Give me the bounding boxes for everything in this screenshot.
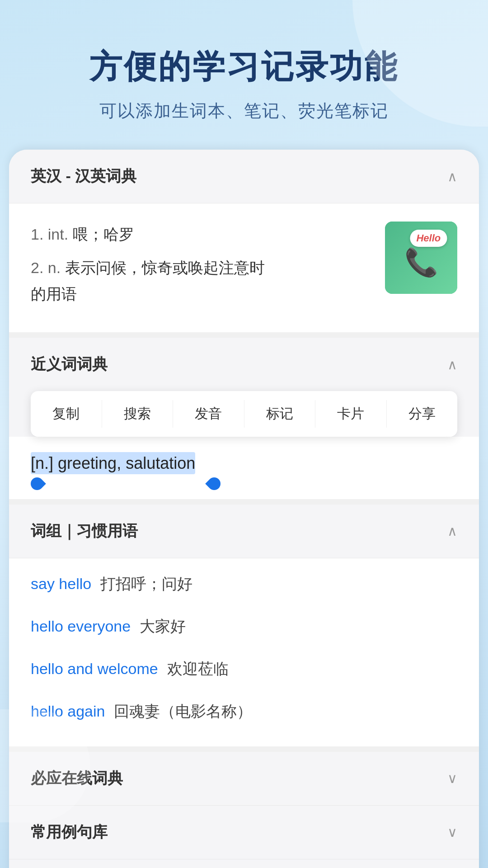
- divider-2: [9, 499, 479, 505]
- phrase-row-2[interactable]: hello everyone 大家好: [9, 605, 479, 648]
- phone-icon: 📞: [404, 246, 438, 278]
- example-library-title: 常用例句库: [31, 822, 108, 843]
- example-library-row[interactable]: 常用例句库 ∨: [9, 806, 479, 859]
- dict-entry-1: 1. int. 喂；哈罗: [31, 222, 371, 248]
- phrase-english-3: hello and welcome: [31, 660, 158, 678]
- context-menu: 复制 搜索 发音 标记 卡片 分享: [31, 391, 457, 437]
- context-menu-search[interactable]: 搜索: [102, 400, 174, 428]
- online-dict-chevron: ∨: [447, 770, 457, 786]
- context-menu-mark[interactable]: 标记: [244, 400, 316, 428]
- chevron-up-icon: ∧: [447, 169, 457, 184]
- dict-text-block: 1. int. 喂；哈罗 2. n. 表示问候，惊奇或唤起注意时的用语: [31, 222, 371, 314]
- phrase-chinese-4: 回魂妻（电影名称）: [114, 701, 252, 722]
- selection-handle-left: [28, 475, 46, 493]
- context-menu-pronounce[interactable]: 发音: [173, 400, 244, 428]
- synonym-dict-header[interactable]: 近义词词典 ∧: [9, 338, 479, 391]
- phrases-title: 词组｜习惯用语: [31, 521, 138, 542]
- dict-entry-2: 2. n. 表示问候，惊奇或唤起注意时的用语: [31, 255, 371, 307]
- audio-examples-row[interactable]: 听力原声例句 +: [9, 859, 479, 868]
- context-menu-copy[interactable]: 复制: [31, 400, 102, 428]
- context-menu-card[interactable]: 卡片: [315, 400, 387, 428]
- context-menu-share[interactable]: 分享: [387, 400, 458, 428]
- divider-1: [9, 332, 479, 338]
- selected-text: [n.] greeting, salutation: [31, 452, 195, 474]
- phrases-header[interactable]: 词组｜习惯用语 ∧: [9, 505, 479, 558]
- phrases-section: 词组｜习惯用语 ∧ say hello 打招呼；问好 hello everyon…: [9, 505, 479, 746]
- synonym-dict-title: 近义词词典: [31, 354, 108, 375]
- phrase-english-1: say hello: [31, 575, 91, 593]
- phrase-row-4[interactable]: hello again 回魂妻（电影名称）: [9, 690, 479, 733]
- phrases-content: say hello 打招呼；问好 hello everyone 大家好 hell…: [9, 558, 479, 746]
- phrase-row-1[interactable]: say hello 打招呼；问好: [9, 563, 479, 605]
- english-chinese-dict-header[interactable]: 英汉 - 汉英词典 ∧: [9, 150, 479, 203]
- phrase-row-3[interactable]: hello and welcome 欢迎莅临: [9, 648, 479, 690]
- example-library-chevron: ∨: [447, 824, 457, 840]
- phrase-chinese-1: 打招呼；问好: [100, 574, 192, 594]
- phrase-english-2: hello everyone: [31, 618, 131, 635]
- phrases-chevron-icon: ∧: [447, 523, 457, 539]
- hello-image-inner: Hello 📞: [385, 222, 457, 294]
- page-subtitle: 可以添加生词本、笔记、荧光笔标记: [27, 99, 461, 123]
- english-chinese-dict-title: 英汉 - 汉英词典: [31, 166, 136, 187]
- synonym-section: 近义词词典 ∧ 复制 搜索 发音 标记 卡片 分享 [n.] greeting,…: [9, 338, 479, 499]
- synonym-chevron-icon: ∧: [447, 357, 457, 373]
- selection-handle-right: [205, 475, 223, 493]
- speech-bubble: Hello: [410, 230, 447, 247]
- hello-illustration: Hello 📞: [385, 222, 457, 294]
- phrase-chinese-2: 大家好: [140, 616, 186, 637]
- selected-text-area: [n.] greeting, salutation: [9, 437, 479, 499]
- phrase-chinese-3: 欢迎莅临: [167, 659, 229, 679]
- dictionary-content: 1. int. 喂；哈罗 2. n. 表示问候，惊奇或唤起注意时的用语 Hell…: [9, 203, 479, 332]
